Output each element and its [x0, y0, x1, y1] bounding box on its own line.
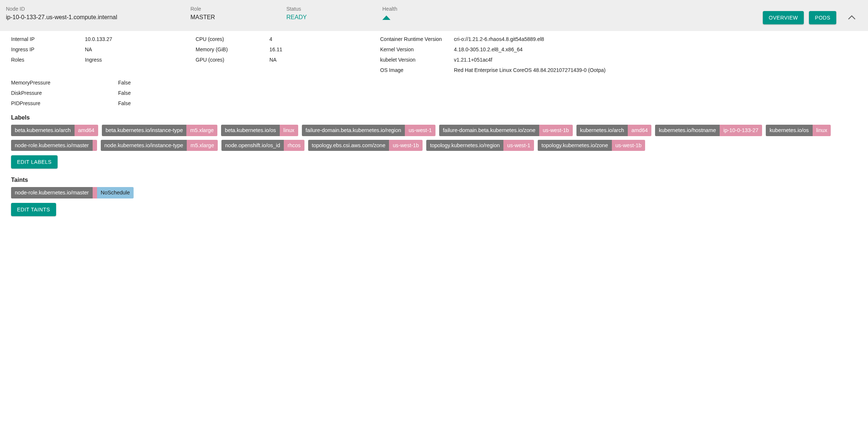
health-up-icon: [382, 15, 438, 20]
health-label: Health: [382, 6, 438, 12]
labels-title: Labels: [0, 109, 868, 123]
detail-label: Internal IP: [11, 36, 85, 42]
label-chip: kubernetes.io/archamd64: [576, 125, 652, 136]
header-health: Health: [382, 6, 438, 20]
label-value: amd64: [75, 125, 98, 136]
condition-value: False: [118, 90, 865, 96]
node-id-label: Node ID: [6, 6, 183, 12]
label-value: linux: [813, 125, 831, 136]
label-chip: failure-domain.beta.kubernetes.io/region…: [302, 125, 435, 136]
detail-value: Ingress: [85, 57, 196, 63]
condition-label: MemoryPressure: [11, 80, 118, 86]
detail-value: 4.18.0-305.10.2.el8_4.x86_64: [454, 46, 865, 52]
label-value: us-west-1b: [612, 140, 645, 151]
label-key: beta.kubernetes.io/arch: [11, 125, 75, 136]
detail-value: v1.21.1+051ac4f: [454, 57, 865, 63]
condition-label: PIDPressure: [11, 100, 118, 106]
label-key: beta.kubernetes.io/os: [221, 125, 280, 136]
edit-labels-button[interactable]: EDIT LABELS: [11, 155, 58, 169]
label-key: node-role.kubernetes.io/master: [11, 140, 93, 151]
detail-label: Ingress IP: [11, 46, 85, 52]
detail-label: Kernel Version: [380, 46, 454, 52]
detail-label: kubelet Version: [380, 57, 454, 63]
detail-label: GPU (cores): [196, 57, 269, 63]
detail-label: OS Image: [380, 67, 454, 73]
label-value: us-west-1b: [389, 140, 423, 151]
detail-value: cri-o://1.21.2-6.rhaos4.8.git54a5889.el8: [454, 36, 865, 42]
label-chip: kubernetes.io/oslinux: [766, 125, 831, 136]
overview-button[interactable]: OVERVIEW: [763, 11, 804, 24]
label-key: failure-domain.beta.kubernetes.io/region: [302, 125, 405, 136]
svg-marker-0: [382, 15, 390, 20]
header-actions: OVERVIEW PODS: [763, 6, 862, 24]
label-chip: node-role.kubernetes.io/master: [11, 140, 97, 151]
detail-label: Roles: [11, 57, 85, 63]
label-chip: kubernetes.io/hostnameip-10-0-133-27: [655, 125, 762, 136]
detail-value: 4: [269, 36, 380, 42]
label-chip: beta.kubernetes.io/instance-typem5.xlarg…: [102, 125, 217, 136]
taints-title: Taints: [0, 172, 868, 186]
detail-value: NA: [85, 46, 196, 52]
details-col-resources: CPU (cores)4Memory (GiB)16.11GPU (cores)…: [196, 36, 380, 73]
collapse-toggle[interactable]: [841, 12, 862, 24]
header-node-id: Node ID ip-10-0-133-27.us-west-1.compute…: [6, 6, 183, 21]
details-col-versions: Container Runtime Versioncri-o://1.21.2-…: [380, 36, 865, 73]
label-chip: failure-domain.beta.kubernetes.io/zoneus…: [439, 125, 573, 136]
label-value: ip-10-0-133-27: [720, 125, 762, 136]
label-key: kubernetes.io/hostname: [655, 125, 720, 136]
taint-effect: NoSchedule: [97, 187, 134, 198]
label-value: us-west-1: [503, 140, 534, 151]
header-status: Status READY: [286, 6, 375, 21]
detail-label: CPU (cores): [196, 36, 269, 42]
label-key: kubernetes.io/arch: [576, 125, 628, 136]
label-value: m5.xlarge: [186, 125, 217, 136]
label-key: node.kubernetes.io/instance-type: [101, 140, 187, 151]
label-value: us-west-1: [405, 125, 435, 136]
label-key: node.openshift.io/os_id: [221, 140, 284, 151]
details-col-network: Internal IP10.0.133.27Ingress IPNARolesI…: [11, 36, 196, 73]
label-chip: node.kubernetes.io/instance-typem5.xlarg…: [101, 140, 218, 151]
edit-taints-button[interactable]: EDIT TAINTS: [11, 203, 56, 216]
condition-label: DiskPressure: [11, 90, 118, 96]
node-details: Internal IP10.0.133.27Ingress IPNARolesI…: [0, 31, 868, 76]
pods-button[interactable]: PODS: [809, 11, 836, 24]
detail-label: Container Runtime Version: [380, 36, 454, 42]
status-label: Status: [286, 6, 375, 12]
role-label: Role: [190, 6, 279, 12]
label-key: topology.ebs.csi.aws.com/zone: [308, 140, 389, 151]
role-value: MASTER: [190, 14, 279, 21]
label-value: m5.xlarge: [187, 140, 218, 151]
label-value: linux: [280, 125, 298, 136]
taint-value: [93, 187, 97, 198]
taints-chips: node-role.kubernetes.io/masterNoSchedule: [0, 186, 868, 198]
detail-value: NA: [269, 57, 380, 63]
label-value: amd64: [628, 125, 651, 136]
detail-label: Memory (GiB): [196, 46, 269, 52]
label-key: failure-domain.beta.kubernetes.io/zone: [439, 125, 539, 136]
label-chip: beta.kubernetes.io/oslinux: [221, 125, 298, 136]
label-key: topology.kubernetes.io/zone: [538, 140, 612, 151]
taint-key: node-role.kubernetes.io/master: [11, 187, 93, 198]
label-key: topology.kubernetes.io/region: [426, 140, 503, 151]
node-id-value: ip-10-0-133-27.us-west-1.compute.interna…: [6, 14, 183, 21]
label-chip: topology.kubernetes.io/regionus-west-1: [426, 140, 534, 151]
header-role: Role MASTER: [190, 6, 279, 21]
condition-value: False: [118, 100, 865, 106]
node-header: Node ID ip-10-0-133-27.us-west-1.compute…: [0, 0, 868, 31]
label-chip: topology.ebs.csi.aws.com/zoneus-west-1b: [308, 140, 423, 151]
label-chip: topology.kubernetes.io/zoneus-west-1b: [538, 140, 645, 151]
chevron-up-icon: [848, 15, 855, 21]
labels-chips: beta.kubernetes.io/archamd64beta.kuberne…: [0, 123, 868, 151]
label-value: rhcos: [284, 140, 304, 151]
detail-value: Red Hat Enterprise Linux CoreOS 48.84.20…: [454, 67, 865, 73]
label-chip: node.openshift.io/os_idrhcos: [221, 140, 304, 151]
label-value: [93, 140, 97, 151]
label-chip: beta.kubernetes.io/archamd64: [11, 125, 98, 136]
detail-value: 16.11: [269, 46, 380, 52]
taint-chip: node-role.kubernetes.io/masterNoSchedule: [11, 187, 134, 198]
node-conditions: MemoryPressureFalseDiskPressureFalsePIDP…: [0, 76, 868, 109]
condition-value: False: [118, 80, 865, 86]
label-value: us-west-1b: [539, 125, 573, 136]
label-key: beta.kubernetes.io/instance-type: [102, 125, 187, 136]
detail-value: 10.0.133.27: [85, 36, 196, 42]
